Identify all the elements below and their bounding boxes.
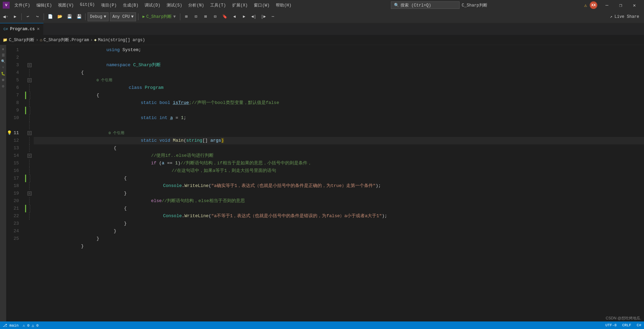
tab-program-cs[interactable]: C# Program.cs × bbox=[0, 23, 44, 35]
tab-cs-icon: C# bbox=[3, 27, 8, 31]
lightbulb-icon[interactable]: 💡 bbox=[7, 129, 12, 137]
code-line-19: else//判断语句结构，else相当于否则的意思 bbox=[34, 197, 644, 205]
main-layout: ⊞ ☰ 🔍 ⑂ 🐛 ⊠ ◎ 1 2 3 4 5 6 7 8 9 10 bbox=[0, 45, 644, 329]
status-language: C# bbox=[637, 323, 641, 327]
debug-mode-dropdown[interactable]: Debug ▼ bbox=[88, 12, 109, 21]
platform-arrow: ▼ bbox=[131, 14, 134, 19]
platform-label: Any CPU bbox=[112, 14, 129, 19]
code-line-5: class Program bbox=[34, 84, 644, 92]
maximize-button[interactable]: ❐ bbox=[614, 0, 628, 10]
search-icon: 🔍 bbox=[394, 3, 399, 8]
win-controls: — ❐ ✕ bbox=[600, 0, 641, 10]
run-button[interactable]: ▶ C_Sharp判断 ▼ bbox=[140, 12, 178, 21]
toolbar-extra-1[interactable]: ⊞ bbox=[182, 12, 191, 21]
run-icon: ▶ bbox=[143, 14, 145, 19]
lg-18 bbox=[25, 182, 34, 190]
menu-build[interactable]: 生成(B) bbox=[120, 2, 142, 9]
breadcrumb-namespace[interactable]: ⌂ C_Sharp判断.Program bbox=[40, 37, 89, 43]
run-arrow: ▼ bbox=[173, 14, 176, 19]
minimize-button[interactable]: — bbox=[600, 0, 614, 10]
debug-mode-arrow: ▼ bbox=[104, 14, 106, 19]
lg-7 bbox=[25, 92, 34, 99]
save-all-button[interactable]: 💾 bbox=[75, 12, 83, 21]
undo-button[interactable]: ↩ bbox=[24, 12, 32, 21]
fold-icon-11[interactable]: - bbox=[27, 131, 32, 135]
activity-icon-3[interactable]: 🔍 bbox=[0, 59, 6, 64]
toolbar-nav-1[interactable]: ◄ bbox=[230, 12, 239, 21]
status-line-ending: CRLF bbox=[622, 323, 631, 327]
toolbar-more[interactable]: ⋯ bbox=[269, 12, 277, 21]
menu-test[interactable]: 测试(S) bbox=[164, 2, 185, 9]
fold-icon-19[interactable]: - bbox=[27, 191, 32, 196]
line-num-23: 23 bbox=[6, 220, 22, 227]
activity-icon-4[interactable]: ⑂ bbox=[0, 65, 6, 70]
avatar: XX bbox=[590, 1, 597, 9]
menu-debug[interactable]: 调试(D) bbox=[142, 2, 163, 9]
search-box[interactable]: 🔍 搜索 (Ctrl+Q) bbox=[391, 1, 460, 9]
status-branch: ⎇ main bbox=[3, 323, 19, 328]
code-line-7: static bool isTrue;//声明一个bool类型变量，默认值是fa… bbox=[34, 99, 644, 107]
lg-15 bbox=[25, 160, 34, 167]
title-bar-center: 🔍 搜索 (Ctrl+Q) C_Sharp判断 bbox=[391, 1, 487, 9]
close-button[interactable]: ✕ bbox=[628, 0, 641, 10]
menu-window[interactable]: 窗口(W) bbox=[251, 2, 272, 9]
menu-git[interactable]: Git(G) bbox=[77, 2, 98, 9]
open-button[interactable]: 📂 bbox=[56, 12, 64, 21]
menu-file[interactable]: 文件(F) bbox=[12, 2, 33, 9]
live-share-button[interactable]: ↗ Live Share bbox=[607, 12, 643, 21]
toolbar-extra-4[interactable]: ⊟ bbox=[211, 12, 219, 21]
code-line-22: } bbox=[34, 220, 644, 227]
line-num-25: 25 bbox=[6, 235, 22, 243]
toolbar-nav-4[interactable]: |► bbox=[259, 12, 268, 21]
activity-icon-1[interactable]: ⊞ bbox=[0, 46, 6, 52]
menu-project[interactable]: 项目(P) bbox=[98, 2, 120, 9]
code-line-15: //在这句话中，如果a等于1，则走大括号里面的语句 bbox=[34, 167, 644, 175]
toolbar-extra-3[interactable]: ⊠ bbox=[202, 12, 210, 21]
code-line-1: using System; bbox=[34, 46, 644, 54]
code-content[interactable]: using System; namespace C_Sharp判断 { bbox=[34, 45, 644, 329]
code-text: } bbox=[81, 243, 84, 250]
breadcrumb-method[interactable]: ◆ Main(string[] args) bbox=[94, 37, 145, 43]
breadcrumb-project[interactable]: 📁 C_Sharp判断 bbox=[3, 37, 34, 43]
toolbar-bookmark[interactable]: 🔖 bbox=[221, 12, 229, 21]
toolbar-nav-3[interactable]: ◄| bbox=[250, 12, 258, 21]
toolbar-sep-4 bbox=[138, 13, 138, 20]
fold-icon-5[interactable]: - bbox=[27, 78, 32, 82]
line-num-6: 6 bbox=[6, 84, 22, 92]
left-gutter: - - bbox=[25, 45, 34, 329]
lg-16 bbox=[25, 167, 34, 175]
menu-extensions[interactable]: 扩展(X) bbox=[229, 2, 251, 9]
toolbar-extra-2[interactable]: ⊡ bbox=[192, 12, 200, 21]
tab-program-cs-label: Program.cs bbox=[10, 27, 35, 32]
menu-analyze[interactable]: 分析(N) bbox=[185, 2, 207, 9]
menu-tools[interactable]: 工具(T) bbox=[207, 2, 229, 9]
lg-20 bbox=[25, 197, 34, 205]
fold-icon-3[interactable]: - bbox=[27, 63, 32, 67]
activity-icon-7[interactable]: ◎ bbox=[0, 83, 6, 89]
activity-icon-5[interactable]: 🐛 bbox=[0, 71, 6, 77]
menu-help[interactable]: 帮助(H) bbox=[273, 2, 294, 9]
fold-icon-14[interactable]: - bbox=[27, 154, 32, 158]
lg-21 bbox=[25, 205, 34, 212]
code-line-23: } bbox=[34, 227, 644, 235]
save-button[interactable]: 💾 bbox=[65, 12, 74, 21]
redo-button[interactable]: ↪ bbox=[33, 12, 42, 21]
activity-icon-2[interactable]: ☰ bbox=[0, 52, 6, 58]
line-num-22: 22 bbox=[6, 212, 22, 220]
tab-close-button[interactable]: × bbox=[37, 27, 39, 32]
back-button[interactable]: ◀● bbox=[1, 12, 10, 21]
toolbar-nav-2[interactable]: ► bbox=[240, 12, 248, 21]
line-num-5: 5 bbox=[6, 77, 22, 84]
menu-edit[interactable]: 编辑(E) bbox=[34, 2, 55, 9]
live-share-label: Live Share bbox=[614, 14, 639, 19]
editor-area: 1 2 3 4 5 6 7 8 9 10 💡 11 12 13 14 15 bbox=[6, 45, 644, 329]
lg-12 bbox=[25, 137, 34, 144]
menu-view[interactable]: 视图(V) bbox=[55, 2, 77, 9]
title-bar: V 文件(F) 编辑(E) 视图(V) Git(G) 项目(P) 生成(B) 调… bbox=[0, 0, 644, 10]
new-file-button[interactable]: 📄 bbox=[46, 12, 54, 21]
breadcrumb-sep-2: › bbox=[90, 38, 93, 43]
forward-button[interactable]: ▶ bbox=[11, 12, 19, 21]
line-num-ref-0 bbox=[6, 122, 22, 129]
platform-dropdown[interactable]: Any CPU ▼ bbox=[110, 12, 136, 21]
activity-icon-6[interactable]: ⊠ bbox=[0, 77, 6, 83]
